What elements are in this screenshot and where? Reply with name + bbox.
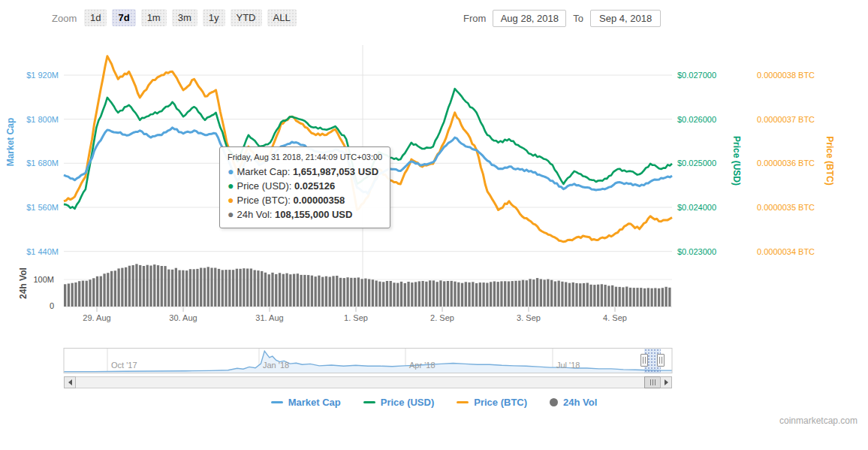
tooltip-row-value: 0.025126 bbox=[294, 180, 335, 192]
price-btc-tick-label: 0.0000038 BTC bbox=[757, 71, 832, 80]
legend-item-label: Price (USD) bbox=[381, 397, 435, 408]
tooltip-row-label: Price (USD): bbox=[237, 180, 294, 192]
legend-item-label: Price (BTC) bbox=[474, 397, 527, 408]
volume-tick-label: 0 bbox=[3, 301, 54, 311]
to-date-input[interactable] bbox=[590, 10, 661, 27]
series-bullet-icon: ● bbox=[228, 165, 234, 177]
tooltip-header: Friday, Aug 31 2018, 21:44:09 UTC+03:00 bbox=[228, 153, 382, 162]
series-bullet-icon: ● bbox=[228, 180, 234, 192]
zoom-button-7d[interactable]: 7d bbox=[112, 9, 135, 26]
legend: Market CapPrice (USD)Price (BTC)24h Vol bbox=[0, 397, 868, 408]
legend-circle-icon bbox=[550, 398, 558, 406]
navigator-series-area[interactable] bbox=[64, 351, 672, 373]
legend-item-market-cap[interactable]: Market Cap bbox=[271, 397, 341, 408]
zoom-button-group: 1d7d1m3m1yYTDALL bbox=[84, 9, 297, 26]
left-arrow-icon bbox=[68, 379, 72, 385]
chart-widget: Zoom 1d7d1m3m1yYTDALL From To $1 920M$1 … bbox=[0, 0, 868, 450]
from-label: From bbox=[463, 13, 486, 24]
from-date-input[interactable] bbox=[493, 10, 566, 27]
series-bullet-icon: ● bbox=[228, 208, 234, 220]
x-axis-label: 1. Sep bbox=[330, 313, 382, 323]
navigator-left-handle[interactable] bbox=[640, 354, 648, 367]
to-label: To bbox=[573, 13, 583, 24]
zoom-button-1d[interactable]: 1d bbox=[84, 9, 107, 26]
market-cap-axis-title: Market Cap bbox=[5, 97, 16, 187]
tooltip-row-label: Price (BTC): bbox=[237, 195, 293, 206]
tooltip-row: ●Price (USD): 0.025126 bbox=[228, 179, 382, 193]
price-usd-axis-title: Price (USD) bbox=[731, 116, 742, 206]
x-axis-label: 2. Sep bbox=[416, 313, 469, 323]
market-cap-tick-label: $1 560M bbox=[5, 203, 59, 213]
price-btc-axis-title: Price (BTC) bbox=[824, 116, 835, 206]
tooltip-row-value: 0.00000358 bbox=[294, 195, 345, 206]
navigator-label: Apr '18 bbox=[409, 361, 436, 370]
x-axis-label: 31. Aug bbox=[243, 313, 296, 323]
tooltip-rows: ●Market Cap: 1,651,987,053 USD●Price (US… bbox=[228, 165, 382, 222]
market-cap-tick-label: $1 440M bbox=[5, 247, 59, 257]
price-usd-tick-label: $0.027000 bbox=[677, 71, 742, 80]
price-btc-tick-label: 0.0000034 BTC bbox=[757, 247, 832, 257]
zoom-button-ytd[interactable]: YTD bbox=[231, 9, 262, 26]
volume-axis-title: 24h Vol bbox=[18, 238, 29, 328]
legend-item-24h-vol[interactable]: 24h Vol bbox=[550, 397, 597, 408]
x-axis-label: 30. Aug bbox=[157, 313, 209, 323]
zoom-button-1y[interactable]: 1y bbox=[203, 9, 225, 26]
date-range-controls: From To bbox=[463, 10, 661, 27]
tooltip-row-value: 1,651,987,053 USD bbox=[293, 166, 378, 177]
tooltip-row: ●Price (BTC): 0.00000358 bbox=[228, 193, 382, 207]
x-axis-label: 3. Sep bbox=[502, 313, 555, 323]
navigator-label: Jul '18 bbox=[556, 361, 580, 370]
legend-item-price-btc-[interactable]: Price (BTC) bbox=[457, 397, 527, 408]
scrollbar-track[interactable] bbox=[64, 376, 672, 388]
volume-tick-label: 100M bbox=[3, 275, 54, 285]
x-axis-label: 29. Aug bbox=[71, 313, 123, 323]
price-btc-tick-label: 0.0000036 BTC bbox=[757, 159, 832, 168]
tooltip-row-label: Market Cap: bbox=[237, 166, 292, 177]
legend-item-price-usd-[interactable]: Price (USD) bbox=[363, 397, 435, 408]
tooltip-row-value: 108,155,000 USD bbox=[275, 209, 352, 220]
legend-line-icon bbox=[271, 401, 283, 403]
price-usd-tick-label: $0.023000 bbox=[677, 247, 742, 257]
legend-item-label: 24h Vol bbox=[563, 397, 597, 408]
zoom-label: Zoom bbox=[52, 13, 77, 24]
navigator-label: Oct '17 bbox=[111, 361, 137, 370]
zoom-button-1m[interactable]: 1m bbox=[141, 9, 167, 26]
price-btc-tick-label: 0.0000037 BTC bbox=[757, 115, 832, 125]
legend-line-icon bbox=[457, 401, 469, 403]
navigator-label: Jan '18 bbox=[263, 361, 289, 370]
series-bullet-icon: ● bbox=[228, 194, 234, 206]
tooltip: Friday, Aug 31 2018, 21:44:09 UTC+03:00 … bbox=[219, 146, 390, 228]
tooltip-row: ●Market Cap: 1,651,987,053 USD bbox=[228, 165, 382, 179]
market-cap-tick-label: $1 920M bbox=[5, 71, 59, 80]
x-axis-label: 4. Sep bbox=[589, 313, 641, 323]
scrollbar-left-arrow[interactable] bbox=[64, 376, 76, 388]
navigator-right-handle[interactable] bbox=[657, 354, 665, 367]
legend-line-icon bbox=[363, 401, 375, 403]
zoom-button-all[interactable]: ALL bbox=[267, 9, 297, 26]
scrollbar-right-arrow[interactable] bbox=[660, 376, 672, 388]
tooltip-row-label: 24h Vol: bbox=[237, 209, 275, 220]
zoom-button-3m[interactable]: 3m bbox=[172, 9, 197, 26]
tooltip-row: ●24h Vol: 108,155,000 USD bbox=[228, 207, 382, 222]
watermark: coinmarketcap.com bbox=[779, 415, 857, 426]
legend-item-label: Market Cap bbox=[288, 397, 341, 408]
scrollbar-thumb[interactable] bbox=[644, 376, 662, 388]
right-arrow-icon bbox=[665, 379, 668, 385]
price-btc-tick-label: 0.0000035 BTC bbox=[757, 203, 832, 213]
